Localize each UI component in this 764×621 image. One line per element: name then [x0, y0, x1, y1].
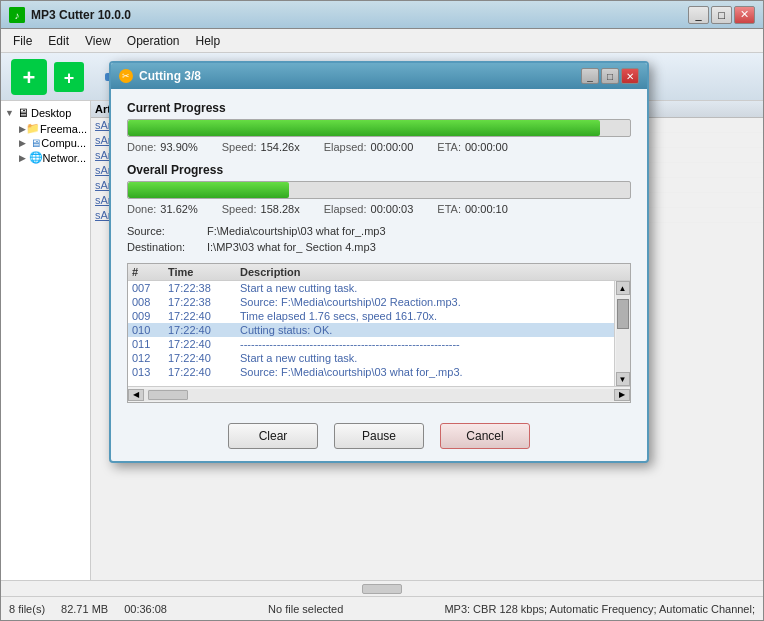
- log-num-011: 011: [132, 338, 168, 350]
- vscroll-track: [616, 295, 630, 372]
- overall-done-stat: Done: 31.62%: [127, 203, 198, 215]
- overall-progress-section: Overall Progress Done: 31.62% Speed: 158…: [127, 163, 631, 215]
- overall-elapsed-value: 00:00:03: [371, 203, 414, 215]
- current-speed-stat: Speed: 154.26x: [222, 141, 300, 153]
- source-row: Source: F:\Media\courtship\03 what for_.…: [127, 225, 631, 237]
- overall-progress-stats: Done: 31.62% Speed: 158.28x Elapsed: 00:…: [127, 203, 631, 215]
- modal-title-icon: ✂: [119, 69, 133, 83]
- modal-buttons: Clear Pause Cancel: [111, 415, 647, 461]
- log-hscroll-thumb[interactable]: [148, 390, 188, 400]
- log-row-010[interactable]: 010 17:22:40 Cutting status: OK.: [128, 323, 614, 337]
- vscroll-up-arrow[interactable]: ▲: [616, 281, 630, 295]
- destination-row: Destination: I:\MP3\03 what for_ Section…: [127, 241, 631, 253]
- source-destination-section: Source: F:\Media\courtship\03 what for_.…: [127, 225, 631, 253]
- modal-overlay: ✂ Cutting 3/8 _ □ ✕ Current Progress Don…: [1, 1, 763, 620]
- main-window: ♪ MP3 Cutter 10.0.0 _ □ ✕ File Edit View…: [0, 0, 764, 621]
- overall-progress-bar-fill: [128, 182, 289, 198]
- log-num-007: 007: [132, 282, 168, 294]
- current-eta-label: ETA:: [437, 141, 461, 153]
- overall-progress-bar-container: [127, 181, 631, 199]
- current-elapsed-label: Elapsed:: [324, 141, 367, 153]
- log-hscroll-track: [144, 389, 614, 401]
- log-row-008[interactable]: 008 17:22:38 Source: F:\Media\courtship\…: [128, 295, 614, 309]
- log-table-header: # Time Description: [128, 264, 630, 281]
- log-desc-009: Time elapsed 1.76 secs, speed 161.70x.: [240, 310, 610, 322]
- current-eta-value: 00:00:00: [465, 141, 508, 153]
- overall-eta-stat: ETA: 00:00:10: [437, 203, 507, 215]
- log-content: 007 17:22:38 Start a new cutting task. 0…: [128, 281, 630, 386]
- current-eta-stat: ETA: 00:00:00: [437, 141, 507, 153]
- log-col-header-desc: Description: [240, 266, 626, 278]
- overall-elapsed-stat: Elapsed: 00:00:03: [324, 203, 414, 215]
- modal-title-text: Cutting 3/8: [139, 69, 579, 83]
- current-progress-label: Current Progress: [127, 101, 631, 115]
- modal-close-btn[interactable]: ✕: [621, 68, 639, 84]
- current-elapsed-stat: Elapsed: 00:00:00: [324, 141, 414, 153]
- overall-speed-stat: Speed: 158.28x: [222, 203, 300, 215]
- source-value: F:\Media\courtship\03 what for_.mp3: [207, 225, 386, 237]
- log-desc-007: Start a new cutting task.: [240, 282, 610, 294]
- log-num-012: 012: [132, 352, 168, 364]
- log-row-011[interactable]: 011 17:22:40 ---------------------------…: [128, 337, 614, 351]
- log-num-010: 010: [132, 324, 168, 336]
- log-num-013: 013: [132, 366, 168, 378]
- log-time-012: 17:22:40: [168, 352, 240, 364]
- overall-speed-label: Speed:: [222, 203, 257, 215]
- modal-maximize-btn[interactable]: □: [601, 68, 619, 84]
- overall-elapsed-label: Elapsed:: [324, 203, 367, 215]
- log-desc-011: ----------------------------------------…: [240, 338, 610, 350]
- cancel-button[interactable]: Cancel: [440, 423, 530, 449]
- overall-done-label: Done:: [127, 203, 156, 215]
- log-vscroll[interactable]: ▲ ▼: [614, 281, 630, 386]
- log-scroll-area[interactable]: 007 17:22:38 Start a new cutting task. 0…: [128, 281, 614, 386]
- overall-done-value: 31.62%: [160, 203, 197, 215]
- overall-eta-value: 00:00:10: [465, 203, 508, 215]
- log-desc-008: Source: F:\Media\courtship\02 Reaction.m…: [240, 296, 610, 308]
- modal-title-bar: ✂ Cutting 3/8 _ □ ✕: [111, 63, 647, 89]
- modal-body: Current Progress Done: 93.90% Speed: 154…: [111, 89, 647, 415]
- log-hscroll[interactable]: ◀ ▶: [128, 386, 630, 402]
- log-time-013: 17:22:40: [168, 366, 240, 378]
- log-num-008: 008: [132, 296, 168, 308]
- destination-label: Destination:: [127, 241, 207, 253]
- log-row-012[interactable]: 012 17:22:40 Start a new cutting task.: [128, 351, 614, 365]
- current-progress-bar-container: [127, 119, 631, 137]
- log-table-container: # Time Description 007 17:22:38 Start a …: [127, 263, 631, 403]
- log-col-header-time: Time: [168, 266, 240, 278]
- log-time-007: 17:22:38: [168, 282, 240, 294]
- cutting-dialog: ✂ Cutting 3/8 _ □ ✕ Current Progress Don…: [109, 61, 649, 463]
- vscroll-down-arrow[interactable]: ▼: [616, 372, 630, 386]
- overall-speed-value: 158.28x: [261, 203, 300, 215]
- log-desc-010: Cutting status: OK.: [240, 324, 610, 336]
- log-time-009: 17:22:40: [168, 310, 240, 322]
- log-row-013[interactable]: 013 17:22:40 Source: F:\Media\courtship\…: [128, 365, 614, 379]
- log-time-008: 17:22:38: [168, 296, 240, 308]
- current-speed-label: Speed:: [222, 141, 257, 153]
- overall-eta-label: ETA:: [437, 203, 461, 215]
- overall-progress-label: Overall Progress: [127, 163, 631, 177]
- current-done-value: 93.90%: [160, 141, 197, 153]
- destination-value: I:\MP3\03 what for_ Section 4.mp3: [207, 241, 376, 253]
- log-hscroll-right[interactable]: ▶: [614, 389, 630, 401]
- current-progress-stats: Done: 93.90% Speed: 154.26x Elapsed: 00:…: [127, 141, 631, 153]
- log-row-009[interactable]: 009 17:22:40 Time elapsed 1.76 secs, spe…: [128, 309, 614, 323]
- clear-button[interactable]: Clear: [228, 423, 318, 449]
- current-elapsed-value: 00:00:00: [371, 141, 414, 153]
- current-speed-value: 154.26x: [261, 141, 300, 153]
- log-col-header-num: #: [132, 266, 168, 278]
- modal-minimize-btn[interactable]: _: [581, 68, 599, 84]
- current-progress-section: Current Progress Done: 93.90% Speed: 154…: [127, 101, 631, 153]
- pause-button[interactable]: Pause: [334, 423, 424, 449]
- log-time-011: 17:22:40: [168, 338, 240, 350]
- log-row-007[interactable]: 007 17:22:38 Start a new cutting task.: [128, 281, 614, 295]
- log-desc-013: Source: F:\Media\courtship\03 what for_.…: [240, 366, 610, 378]
- current-done-label: Done:: [127, 141, 156, 153]
- log-num-009: 009: [132, 310, 168, 322]
- current-progress-bar-fill: [128, 120, 600, 136]
- vscroll-thumb[interactable]: [617, 299, 629, 329]
- log-hscroll-left[interactable]: ◀: [128, 389, 144, 401]
- source-label: Source:: [127, 225, 207, 237]
- log-time-010: 17:22:40: [168, 324, 240, 336]
- current-done-stat: Done: 93.90%: [127, 141, 198, 153]
- log-desc-012: Start a new cutting task.: [240, 352, 610, 364]
